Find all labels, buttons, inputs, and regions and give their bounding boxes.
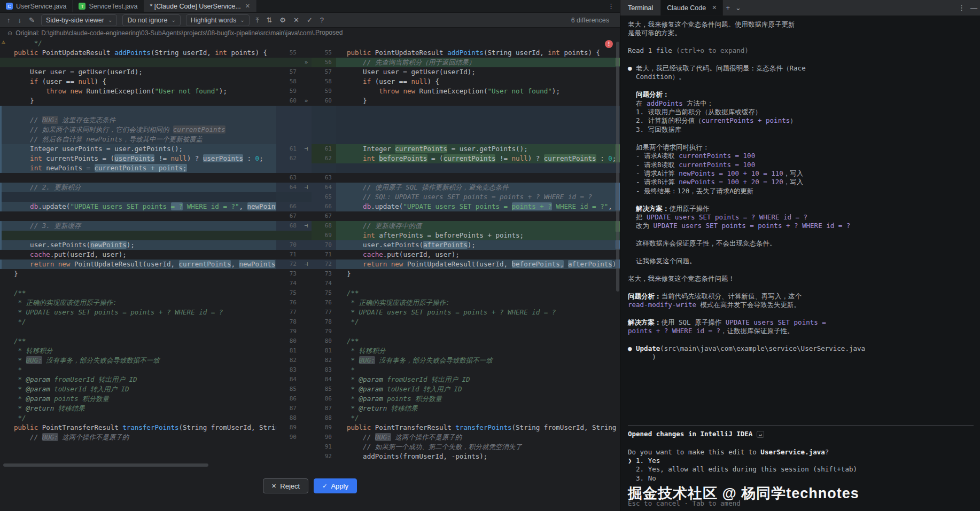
reject-button[interactable]: ✕ Reject [263, 478, 308, 493]
accept-all-icon[interactable]: ✓ [304, 16, 315, 24]
proposed-code-line[interactable] [336, 115, 620, 125]
proposed-code-line[interactable] [336, 163, 620, 173]
original-code-line[interactable]: * BUG: 没有事务，部分失败会导致数据不一致 [0, 356, 276, 365]
original-code-line[interactable] [0, 327, 276, 336]
next-difference-icon[interactable]: ↓ [15, 16, 25, 24]
proposed-code-line[interactable]: public PointTransferResult transferPoint… [336, 423, 620, 433]
original-code-line[interactable]: user.setPoints(newPoints); [0, 240, 276, 250]
original-code-line[interactable] [0, 106, 276, 115]
original-code-line[interactable] [0, 192, 276, 202]
proposed-code-line[interactable]: * @param fromUserId 转出用户 ID [336, 375, 620, 384]
proposed-code-line[interactable]: int afterPoints = beforePoints + points; [336, 231, 620, 240]
apply-chunk-icon[interactable]: ⊣ [301, 183, 312, 192]
proposed-code-line[interactable]: * @param toUserId 转入用户 ID [336, 384, 620, 394]
proposed-code-line[interactable] [336, 38, 620, 48]
proposed-code-line[interactable]: } [336, 269, 620, 279]
original-code-line[interactable]: // BUG: 这里存在竞态条件 [0, 115, 276, 125]
original-code-line[interactable]: // 如果两个请求同时执行，它们会读到相同的 currentPoints [0, 125, 276, 135]
proposed-code-line[interactable] [336, 135, 620, 144]
proposed-code-line[interactable] [336, 106, 620, 115]
proposed-code-line[interactable]: * @return 转移结果 [336, 404, 620, 413]
proposed-code-line[interactable]: throw new RuntimeException("User not fou… [336, 87, 620, 96]
original-code-line[interactable]: */ [0, 413, 276, 423]
original-code-line[interactable]: * @param points 积分数量 [0, 394, 276, 404]
sync-scroll-icon[interactable]: ⇅ [263, 16, 275, 24]
horizontal-scrollbar[interactable] [3, 463, 208, 467]
original-code-line[interactable]: int newPoints = currentPoints + points; [0, 163, 276, 173]
highlight-mode-select[interactable]: Highlight words ⌄ [186, 14, 250, 26]
proposed-code-line[interactable]: User user = getUser(userId); [336, 67, 620, 77]
original-code-line[interactable]: User user = getUser(userId); [0, 67, 276, 77]
original-code-line[interactable]: public PointUpdateResult addPoints(Strin… [0, 48, 276, 58]
reject-all-icon[interactable]: ✕ [291, 16, 302, 24]
edit-icon[interactable]: ✎ [26, 16, 37, 24]
proposed-code-line[interactable]: /** [336, 288, 620, 298]
original-code-line[interactable] [0, 279, 276, 288]
original-code-line[interactable]: } [0, 269, 276, 279]
terminal-body[interactable]: 老大，我来修复这个竞态条件问题。使用数据库原子更新是最可靠的方案。 Read 1… [620, 16, 980, 511]
original-code-line[interactable]: Integer userPoints = user.getPoints(); [0, 144, 276, 154]
whitespace-mode-select[interactable]: Do not ignore ⌄ [122, 14, 180, 26]
proposed-code-line[interactable] [336, 279, 620, 288]
original-code-line[interactable]: * @param toUserId 转入用户 ID [0, 384, 276, 394]
apply-chunk-icon[interactable]: ⊣ [301, 144, 312, 154]
tab-userservice[interactable]: C UserService.java [0, 0, 73, 12]
apply-button[interactable]: ✓ Apply [314, 478, 357, 493]
vertical-scrollbar[interactable] [615, 38, 620, 471]
chevron-down-icon[interactable]: ⌄ [733, 4, 744, 12]
proposed-code-line[interactable] [336, 211, 620, 221]
original-code-line[interactable]: int currentPoints = (userPoints != null)… [0, 154, 276, 163]
proposed-code-line[interactable]: // 如果第一个成功、第二个失败，积分就凭空消失了 [336, 442, 620, 452]
original-code-line[interactable]: * UPDATE users SET points = points + ? W… [0, 308, 276, 317]
original-code-line[interactable] [0, 58, 276, 67]
proposed-code-line[interactable] [336, 327, 620, 336]
proposed-code-line[interactable]: * [336, 365, 620, 375]
proposed-code-line[interactable]: * 正确的实现应该使用原子操作: [336, 298, 620, 308]
proposed-code-line[interactable]: // 先查询当前积分（用于返回结果） [336, 58, 620, 67]
original-code-line[interactable]: db.update("UPDATE users SET points = ? W… [0, 202, 276, 211]
proposed-code-line[interactable]: // 使用原子 SQL 操作更新积分，避免竞态条件 [336, 183, 620, 192]
proposed-code-line[interactable]: Integer currentPoints = user.getPoints()… [336, 144, 620, 154]
close-tab-icon[interactable]: ✕ [244, 3, 250, 10]
terminal-tab-claude-code[interactable]: Claude Code ✕ [660, 0, 723, 15]
original-code-line[interactable]: if (user == null) { [0, 77, 276, 87]
settings-gear-icon[interactable]: ⚙ [277, 16, 289, 24]
original-code-line[interactable]: * 正确的实现应该使用原子操作: [0, 298, 276, 308]
more-vertical-icon[interactable]: ⋮ [602, 2, 620, 10]
proposed-code-line[interactable] [336, 173, 620, 183]
proposed-code-line[interactable]: public PointUpdateResult addPoints(Strin… [336, 48, 620, 58]
original-code-line[interactable]: * [0, 365, 276, 375]
original-code-line[interactable]: throw new RuntimeException("User not fou… [0, 87, 276, 96]
proposed-code-line[interactable]: user.setPoints(afterPoints); [336, 240, 620, 250]
original-code-line[interactable]: cache.put(userId, user); [0, 250, 276, 260]
original-code-line[interactable]: public PointTransferResult transferPoint… [0, 423, 276, 433]
proposed-code-line[interactable]: */ [336, 317, 620, 327]
apply-chunk-icon[interactable]: ⊣ [301, 260, 312, 269]
original-code-line[interactable] [0, 452, 276, 461]
proposed-code-line[interactable]: if (user == null) { [336, 77, 620, 87]
proposed-code-line[interactable]: * BUG: 没有事务，部分失败会导致数据不一致 [336, 356, 620, 365]
original-code-line[interactable]: return new PointUpdateResult(userId, cur… [0, 260, 276, 269]
original-code-line[interactable] [0, 231, 276, 240]
original-code-line[interactable]: // 然后各自计算 newPoints，导致其中一个更新被覆盖 [0, 135, 276, 144]
original-code-line[interactable] [0, 211, 276, 221]
proposed-code-line[interactable]: int beforePoints = (currentPoints != nul… [336, 154, 620, 163]
original-code-line[interactable]: /** [0, 288, 276, 298]
previous-difference-icon[interactable]: ↑ [4, 16, 13, 24]
proposed-code-line[interactable]: return new PointUpdateResult(userId, bef… [336, 260, 620, 269]
proposed-code-line[interactable]: db.update("UPDATE users SET points = poi… [336, 202, 620, 211]
original-code-line[interactable]: /** [0, 336, 276, 346]
collapse-unchanged-icon[interactable]: ⤒ [253, 16, 262, 25]
original-code-line[interactable]: * @return 转移结果 [0, 404, 276, 413]
proposed-code-line[interactable]: * UPDATE users SET points = points + ? W… [336, 308, 620, 317]
proposed-code-line[interactable] [336, 125, 620, 135]
original-code-line[interactable]: * @param fromUserId 转出用户 ID [0, 375, 276, 384]
proposed-code-line[interactable]: // SQL: UPDATE users SET points = points… [336, 192, 620, 202]
help-icon[interactable]: ? [317, 16, 326, 24]
proposed-code-line[interactable]: * 转移积分 [336, 346, 620, 356]
apply-chunk-icon[interactable]: » [301, 58, 312, 67]
original-code-line[interactable]: * 转移积分 [0, 346, 276, 356]
original-code-line[interactable]: } [0, 96, 276, 106]
original-code-line[interactable]: // 3. 更新缓存 [0, 221, 276, 231]
scrollbar-thumb[interactable] [616, 42, 619, 292]
